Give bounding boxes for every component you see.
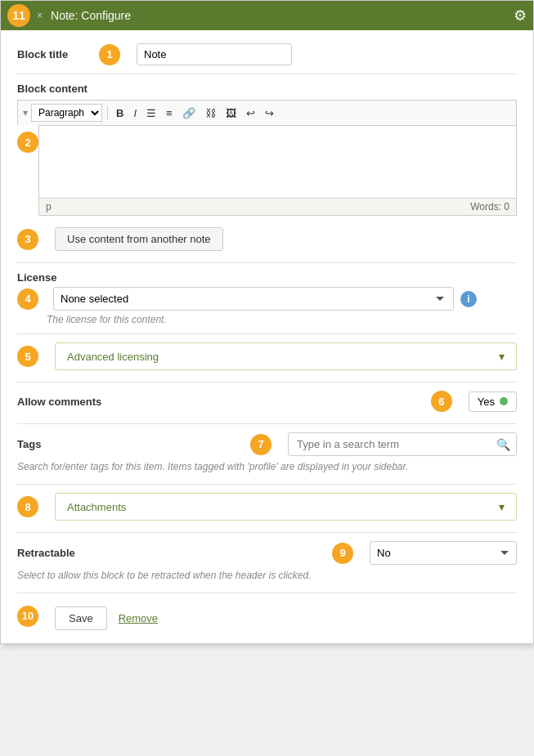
link-button[interactable]: 🔗 xyxy=(179,105,199,121)
license-info-icon[interactable]: i xyxy=(460,291,477,307)
use-content-button[interactable]: Use content from another note xyxy=(55,227,223,251)
tags-label: Tags xyxy=(17,438,242,450)
window-badge: 11 xyxy=(7,4,30,27)
action-row: 10 Save Remove xyxy=(17,602,517,630)
yes-toggle[interactable]: Yes xyxy=(469,391,517,412)
advanced-licensing-section: Advanced licensing ▾ xyxy=(55,342,517,370)
license-hint: The license for this content. xyxy=(47,314,517,325)
block-title-row: Block title 1 xyxy=(17,43,517,65)
attachments-section: Attachments ▾ xyxy=(55,493,517,521)
editor-content[interactable] xyxy=(38,125,517,199)
close-button[interactable]: × xyxy=(37,10,43,21)
block-content-section: Block content ▾ Paragraph B I ☰ ≡ 🔗 ⛓ 🖼 … xyxy=(17,83,517,216)
attachments-chevron: ▾ xyxy=(499,500,505,513)
redo-button[interactable]: ↪ xyxy=(262,105,277,121)
retractable-label: Retractable xyxy=(17,547,324,559)
divider-7 xyxy=(17,532,517,533)
divider-4 xyxy=(17,382,517,382)
configure-window: 11 × Note: Configure ⚙ Block title 1 Blo… xyxy=(0,0,534,644)
tags-search-input[interactable] xyxy=(288,432,517,456)
step7-badge: 7 xyxy=(250,434,271,455)
step2-badge: 2 xyxy=(17,132,38,153)
step8-badge: 8 xyxy=(17,496,38,517)
step3-badge: 3 xyxy=(17,229,38,250)
gear-icon[interactable]: ⚙ xyxy=(514,7,527,25)
toolbar-divider-1 xyxy=(107,106,108,119)
main-content: Block title 1 Block content ▾ Paragraph … xyxy=(1,30,533,643)
words-count: Words: 0 xyxy=(470,201,509,212)
step10-badge: 10 xyxy=(17,606,38,627)
toolbar-collapse-icon[interactable]: ▾ xyxy=(23,107,28,119)
divider-1 xyxy=(17,74,517,74)
step5-badge: 5 xyxy=(17,346,38,367)
block-title-label: Block title xyxy=(17,48,91,60)
block-content-label: Block content xyxy=(17,83,517,95)
attachments-row: 8 Attachments ▾ xyxy=(17,493,517,521)
undo-button[interactable]: ↩ xyxy=(243,105,258,121)
divider-5 xyxy=(17,423,517,424)
allow-comments-label: Allow comments xyxy=(17,396,423,408)
license-section-label: License xyxy=(17,271,56,284)
retractable-row: Retractable 9 No Yes xyxy=(17,541,517,565)
divider-2 xyxy=(17,262,517,263)
block-title-inline: Block title 1 xyxy=(17,43,292,65)
bold-button[interactable]: B xyxy=(113,105,127,121)
editor-status-tag: p xyxy=(46,201,52,212)
divider-6 xyxy=(17,484,517,485)
action-buttons: Save Remove xyxy=(55,606,158,630)
tags-row: Tags 7 🔍 xyxy=(17,432,517,456)
editor-wrap: p Words: 0 xyxy=(38,125,517,216)
yes-label: Yes xyxy=(478,396,495,408)
divider-3 xyxy=(17,333,517,334)
license-label-row: License xyxy=(17,271,517,284)
advanced-licensing-label: Advanced licensing xyxy=(67,351,159,363)
license-select-row: None selected CC BY CC BY-SA CC BY-ND CC… xyxy=(53,287,517,311)
save-button[interactable]: Save xyxy=(55,606,107,630)
tags-search-wrap: 🔍 xyxy=(288,432,517,456)
advanced-licensing-header[interactable]: Advanced licensing ▾ xyxy=(56,343,516,369)
search-icon: 🔍 xyxy=(496,438,510,451)
license-select[interactable]: None selected CC BY CC BY-SA CC BY-ND CC… xyxy=(53,287,454,311)
block-title-input[interactable] xyxy=(137,43,292,65)
allow-comments-row: Allow comments 6 Yes xyxy=(17,391,517,412)
tags-hint: Search for/enter tags for this item. Ite… xyxy=(17,461,517,472)
advanced-licensing-chevron: ▾ xyxy=(499,350,505,363)
editor-row: 2 p Words: 0 xyxy=(17,125,517,216)
image-button[interactable]: 🖼 xyxy=(222,105,240,121)
green-dot-icon xyxy=(500,397,508,405)
attachments-label: Attachments xyxy=(67,501,126,513)
step4-badge: 4 xyxy=(17,289,38,310)
remove-button[interactable]: Remove xyxy=(119,612,158,624)
retractable-hint: Select to allow this block to be retract… xyxy=(17,570,517,581)
license-row: 4 None selected CC BY CC BY-SA CC BY-ND … xyxy=(17,287,517,311)
italic-button[interactable]: I xyxy=(130,105,140,121)
attachments-header[interactable]: Attachments ▾ xyxy=(56,494,516,520)
step1-badge: 1 xyxy=(99,44,120,65)
editor-toolbar: ▾ Paragraph B I ☰ ≡ 🔗 ⛓ 🖼 ↩ ↪ xyxy=(17,100,517,125)
title-bar: 11 × Note: Configure ⚙ xyxy=(1,1,533,30)
retractable-select[interactable]: No Yes xyxy=(370,541,517,565)
window-title: Note: Configure xyxy=(51,9,514,22)
unlink-button[interactable]: ⛓ xyxy=(202,105,219,121)
use-content-row: 3 Use content from another note xyxy=(17,227,517,251)
ul-button[interactable]: ☰ xyxy=(143,105,159,121)
advanced-licensing-row: 5 Advanced licensing ▾ xyxy=(17,342,517,370)
editor-status: p Words: 0 xyxy=(38,199,517,216)
ol-button[interactable]: ≡ xyxy=(163,105,176,121)
step9-badge: 9 xyxy=(332,543,353,564)
paragraph-select[interactable]: Paragraph xyxy=(31,104,102,122)
step6-badge: 6 xyxy=(431,391,452,412)
divider-8 xyxy=(17,593,517,593)
